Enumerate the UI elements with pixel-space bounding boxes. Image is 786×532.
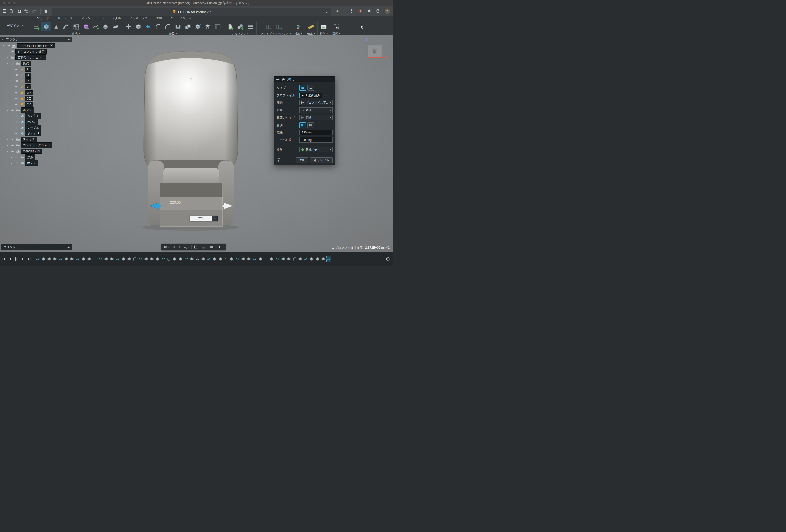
node-label[interactable]: YZ bbox=[25, 102, 33, 107]
grid-snap-button[interactable]: ▾ bbox=[210, 245, 215, 249]
timeline-feature-sketch[interactable] bbox=[275, 256, 280, 262]
comment-bar[interactable]: コメント + bbox=[1, 244, 72, 250]
taper-angle-input[interactable]: 0.0 deg bbox=[299, 137, 333, 143]
display-settings-button[interactable]: ▾ bbox=[202, 245, 207, 249]
ribbon-group-label[interactable]: 修正▾ bbox=[169, 32, 177, 35]
tool-form-button[interactable] bbox=[81, 22, 91, 31]
browser-node-16[interactable]: ▸スケッチ bbox=[0, 137, 72, 143]
timeline-feature-extrude[interactable] bbox=[155, 256, 160, 262]
browser-node-17[interactable]: ▸コンストラクション bbox=[0, 142, 72, 148]
profile-selection-chip[interactable]: 1 選択済み bbox=[299, 93, 322, 98]
tool-extrude-button[interactable] bbox=[41, 22, 51, 31]
disclosure-right-icon[interactable]: ▸ bbox=[6, 56, 9, 59]
disclosure-right-icon[interactable]: ▸ bbox=[6, 138, 9, 141]
tool-sweep-button[interactable] bbox=[61, 22, 71, 31]
measure-whole-button[interactable] bbox=[307, 122, 314, 128]
node-label[interactable]: manekin v1:1 bbox=[21, 148, 42, 154]
tool-config-table-button[interactable] bbox=[264, 22, 274, 31]
disclosure-down-icon[interactable]: ▾ bbox=[6, 109, 9, 112]
browser-node-13[interactable]: かびん bbox=[0, 119, 72, 125]
ribbon-tab-1[interactable]: サーフェス bbox=[53, 15, 77, 21]
tool-pattern-button[interactable] bbox=[71, 22, 81, 31]
node-label[interactable]: Y bbox=[25, 78, 31, 84]
browser-node-18[interactable]: ▾manekin v1:1 bbox=[0, 148, 72, 154]
ribbon-tab-3[interactable]: シート メタル bbox=[97, 15, 125, 21]
timeline-feature-extrude[interactable] bbox=[241, 256, 246, 262]
timeline-feature-sketch[interactable] bbox=[235, 256, 240, 262]
ribbon-group-label[interactable]: 挿入▾ bbox=[320, 32, 327, 35]
visibility-eye-off-icon[interactable] bbox=[15, 126, 19, 130]
visibility-eye-on-icon[interactable] bbox=[15, 102, 19, 106]
browser-node-19[interactable]: ▸原点 bbox=[0, 154, 72, 160]
timeline-feature-extrude[interactable] bbox=[144, 256, 148, 262]
ribbon-group-label[interactable]: 検査▾ bbox=[307, 32, 315, 35]
browser-node-5[interactable]: X bbox=[0, 72, 72, 78]
ribbon-tab-5[interactable]: 管理 bbox=[152, 15, 166, 21]
timeline-feature-extrude[interactable] bbox=[229, 256, 234, 262]
help-icon[interactable]: ? bbox=[375, 8, 381, 15]
timeline-feature-extrude[interactable] bbox=[64, 256, 69, 262]
activate-component-radio[interactable] bbox=[50, 44, 53, 47]
timeline-feature-sketch[interactable] bbox=[303, 256, 308, 262]
node-label[interactable]: ボディ bbox=[25, 160, 38, 166]
browser-node-10[interactable]: YZ bbox=[0, 101, 72, 108]
visibility-eye-on-icon[interactable] bbox=[15, 132, 19, 136]
timeline-feature-extrude[interactable] bbox=[309, 256, 314, 262]
tool-revolve-button[interactable] bbox=[51, 22, 61, 31]
new-document-tab-button[interactable]: + bbox=[334, 8, 340, 15]
timeline-skip-start-button[interactable] bbox=[2, 257, 6, 261]
ribbon-group-label[interactable]: コンフィギュレーション▾ bbox=[258, 32, 291, 35]
ribbon-group-label[interactable]: 選択▾ bbox=[332, 32, 340, 35]
timeline-feature-extrude[interactable] bbox=[246, 256, 251, 262]
timeline-feature-sketch[interactable] bbox=[252, 256, 257, 262]
clear-selection-icon[interactable]: × bbox=[325, 94, 327, 97]
dialog-header[interactable]: — 押し出し bbox=[274, 77, 335, 83]
ribbon-tab-4[interactable]: プラスチック bbox=[125, 15, 152, 21]
node-label[interactable]: テーブル bbox=[25, 125, 41, 131]
timeline-feature-extrude[interactable] bbox=[121, 256, 126, 262]
app-grid-icon[interactable] bbox=[1, 8, 7, 15]
tool-sphere-button[interactable] bbox=[101, 22, 111, 31]
window-close-button[interactable] bbox=[2, 2, 5, 5]
browser-node-0[interactable]: ▾FUISON for Interior v2 bbox=[0, 43, 72, 49]
timeline-feature-sketch[interactable] bbox=[58, 256, 63, 262]
browser-node-14[interactable]: テーブル bbox=[0, 125, 72, 131]
timeline-feature-extrude[interactable] bbox=[172, 256, 177, 262]
timeline-feature-sketch[interactable] bbox=[35, 256, 40, 262]
extrude-type-thin-button[interactable] bbox=[307, 85, 314, 91]
node-label[interactable]: コンストラクション bbox=[21, 142, 52, 148]
browser-node-7[interactable]: Z bbox=[0, 84, 72, 90]
browser-node-4[interactable]: O bbox=[0, 66, 72, 72]
distance-input[interactable]: 220 mm bbox=[299, 130, 333, 135]
ribbon-group-label[interactable]: 作成▾ bbox=[72, 32, 79, 35]
timeline-feature-extrude[interactable] bbox=[87, 256, 92, 262]
notifications-bell-icon[interactable] bbox=[366, 8, 372, 15]
timeline-feature-extrude[interactable] bbox=[41, 256, 46, 262]
tool-sketch-new-button[interactable] bbox=[31, 22, 41, 31]
timeline-feature-extrude[interactable] bbox=[321, 256, 325, 262]
undo-button[interactable]: ▾ bbox=[24, 8, 30, 15]
fit-view-button[interactable]: ▾ bbox=[194, 245, 200, 249]
timeline-feature-extrude[interactable] bbox=[269, 256, 274, 262]
timeline-feature-extrude[interactable] bbox=[126, 256, 132, 262]
visibility-eye-on-icon[interactable] bbox=[15, 91, 19, 95]
browser-header[interactable]: « ブラウザ − bbox=[0, 37, 72, 42]
timeline-feature-sketch[interactable] bbox=[98, 256, 103, 262]
timeline-feature-extrude[interactable] bbox=[178, 256, 183, 262]
node-label[interactable]: かびん bbox=[25, 119, 38, 125]
timeline-feature-extrude[interactable] bbox=[218, 256, 223, 262]
disclosure-right-icon[interactable]: ▸ bbox=[10, 156, 14, 159]
timeline-feature-sketch[interactable] bbox=[184, 256, 189, 262]
tool-new-component-button[interactable] bbox=[225, 22, 235, 31]
cancel-button[interactable]: キャンセル bbox=[310, 157, 333, 163]
tool-cube-button[interactable] bbox=[133, 22, 143, 31]
tool-select-box-button[interactable] bbox=[331, 22, 341, 31]
timeline-feature-extrude[interactable] bbox=[286, 256, 291, 262]
timeline-feature-sketch[interactable] bbox=[115, 256, 120, 262]
tool-move-button[interactable] bbox=[123, 22, 133, 31]
minimize-panel-icon[interactable]: − bbox=[68, 38, 70, 42]
node-label[interactable]: ペン立て bbox=[25, 113, 41, 119]
viewcube-front-face[interactable]: 前 bbox=[368, 45, 382, 57]
timeline-step-back-button[interactable] bbox=[8, 257, 12, 261]
browser-node-20[interactable]: ▸ボディ bbox=[0, 160, 72, 166]
